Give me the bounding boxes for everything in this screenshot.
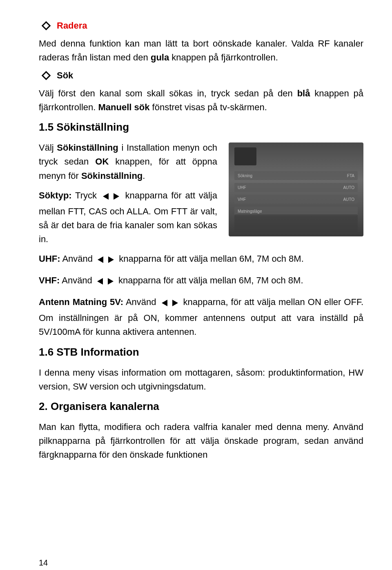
p15-antenn: Antenn Matning 5V: Använd knapparna, för… — [39, 295, 363, 339]
screenshot-footer — [234, 214, 358, 232]
svg-marker-1 — [114, 193, 119, 200]
text: Använd — [123, 297, 159, 307]
tv-screenshot: SökningFTA UHFAUTO VHFAUTO Matningsläge — [229, 142, 363, 236]
label-vhf: VHF: — [39, 275, 60, 285]
svg-marker-0 — [103, 193, 109, 200]
text: Använd — [60, 254, 96, 264]
label-antenn: Antenn Matning 5V: — [39, 297, 123, 307]
section-1-5-body: SökningFTA UHFAUTO VHFAUTO Matningsläge … — [39, 141, 363, 339]
text: knapparna för att välja mellan 6M, 7M oc… — [116, 254, 304, 264]
left-right-arrow-icon — [98, 254, 114, 268]
text: fönstret visas på tv-skärmen. — [149, 102, 267, 112]
svg-marker-2 — [98, 256, 103, 263]
left-right-arrow-icon — [162, 297, 178, 311]
heading-2: 2. Organisera kanalerna — [39, 400, 363, 413]
left-right-arrow-icon — [97, 276, 114, 289]
diamond-icon — [42, 21, 51, 31]
bold: Sökinställning — [57, 142, 118, 153]
bullet-title-sok: Sök — [57, 70, 73, 81]
text: Tryck — [72, 190, 100, 200]
label-uhf: UHF: — [39, 254, 60, 264]
screenshot-rows: SökningFTA UHFAUTO VHFAUTO Matningsläge — [234, 171, 358, 218]
bullet-radera: Radera — [39, 20, 363, 31]
screenshot-row: UHFAUTO — [234, 183, 358, 192]
radera-paragraph: Med denna funktion kan man lätt ta bort … — [39, 37, 363, 65]
label-soktyp: Söktyp: — [39, 190, 72, 200]
text: Välj — [39, 142, 57, 153]
text: Välj först den kanal som skall sökas in,… — [39, 88, 297, 98]
heading-1-6: 1.6 STB Information — [39, 346, 363, 358]
svg-marker-4 — [97, 278, 103, 285]
text: knappen på fjärrkontrollen. — [169, 52, 278, 62]
bullet-sok: Sök — [39, 70, 363, 81]
page-number: 14 — [39, 558, 48, 568]
left-right-arrow-icon — [103, 191, 119, 205]
bold-gula: gula — [151, 52, 169, 62]
svg-marker-3 — [108, 256, 114, 263]
bullet-title-radera: Radera — [57, 20, 87, 31]
svg-marker-5 — [108, 278, 114, 285]
bold-manuell: Manuell sök — [98, 102, 150, 112]
p15-vhf: VHF: Använd knapparna för att välja mell… — [39, 274, 363, 289]
text: Använd — [60, 275, 95, 285]
p16-text: I denna meny visas information om mottag… — [39, 366, 363, 394]
svg-marker-6 — [162, 300, 167, 306]
diamond-icon — [42, 71, 51, 80]
bold-bla: blå — [297, 88, 310, 98]
p15-uhf: UHF: Använd knapparna för att välja mell… — [39, 252, 363, 268]
screenshot-row: SökningFTA — [234, 171, 358, 180]
p2-text: Man kan flytta, modifiera och radera val… — [39, 420, 363, 462]
text: . — [143, 171, 145, 181]
screenshot-preview-box — [234, 147, 256, 165]
text: knapparna för att välja mellan 6M, 7M oc… — [116, 275, 303, 285]
screenshot-row: VHFAUTO — [234, 195, 358, 204]
bold: OK — [95, 156, 109, 167]
sok-paragraph: Välj först den kanal som skall sökas in,… — [39, 87, 363, 114]
heading-1-5: 1.5 Sökinställning — [39, 121, 363, 134]
bold: Sökinställning — [81, 171, 143, 181]
svg-marker-7 — [172, 300, 178, 306]
